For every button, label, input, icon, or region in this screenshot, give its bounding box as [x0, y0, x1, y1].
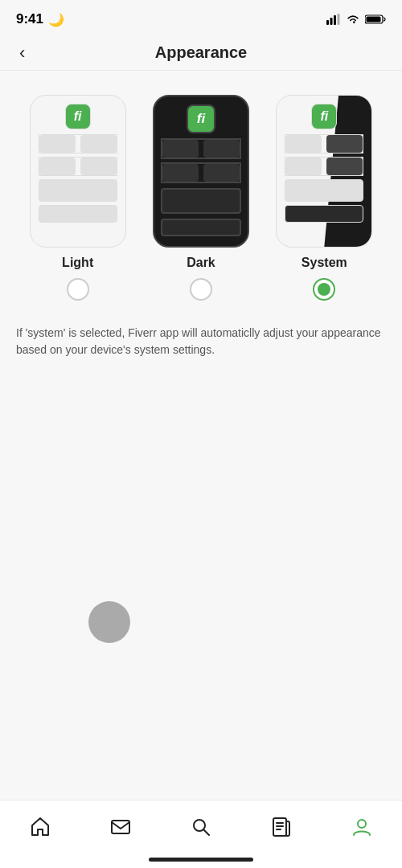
light-radio[interactable]: [67, 278, 89, 301]
nav-profile[interactable]: [342, 807, 382, 847]
system-label: System: [302, 256, 347, 270]
description: If 'system' is selected, Fiverr app will…: [16, 317, 386, 358]
svg-rect-2: [334, 15, 336, 25]
theme-item-dark[interactable]: fi Dark: [149, 95, 253, 301]
svg-point-13: [358, 820, 366, 828]
status-icons: [326, 14, 386, 25]
main-content: fi Light fi: [0, 71, 402, 358]
svg-line-8: [204, 830, 210, 836]
theme-item-system[interactable]: fi System: [272, 95, 376, 301]
status-bar: 9:41 🌙: [0, 0, 402, 35]
dark-radio[interactable]: [190, 278, 212, 301]
home-indicator: [149, 858, 253, 862]
svg-rect-0: [326, 20, 329, 25]
wifi-icon: [346, 14, 360, 25]
back-button[interactable]: ‹: [13, 39, 31, 67]
battery-icon: [365, 14, 386, 25]
light-logo: fi: [65, 104, 91, 129]
mail-icon: [109, 816, 132, 838]
system-preview: fi: [276, 95, 372, 248]
nav-search[interactable]: [181, 807, 221, 847]
orders-icon: [270, 816, 293, 838]
header: ‹ Appearance: [0, 35, 402, 71]
moon-icon: 🌙: [48, 12, 64, 27]
system-logo: fi: [311, 104, 337, 129]
nav-orders[interactable]: [261, 807, 302, 847]
status-time: 9:41: [16, 11, 43, 27]
signal-icon: [326, 14, 341, 25]
loading-indicator: [88, 601, 130, 643]
search-icon: [190, 816, 212, 838]
svg-rect-6: [112, 821, 129, 833]
profile-icon: [351, 816, 373, 838]
page-title: Appearance: [155, 43, 248, 62]
light-preview: fi: [30, 95, 126, 248]
dark-preview: fi: [153, 95, 249, 248]
dark-label: Dark: [187, 256, 215, 270]
theme-options: fi Light fi: [16, 95, 386, 301]
dark-logo: fi: [187, 104, 215, 133]
svg-rect-5: [367, 17, 381, 23]
nav-messages[interactable]: [100, 807, 141, 847]
theme-item-light[interactable]: fi Light: [26, 95, 130, 301]
svg-rect-1: [330, 18, 333, 25]
home-icon: [29, 816, 51, 838]
light-label: Light: [62, 256, 93, 270]
nav-home[interactable]: [20, 807, 60, 847]
system-radio[interactable]: [313, 278, 335, 301]
svg-rect-3: [338, 14, 340, 25]
